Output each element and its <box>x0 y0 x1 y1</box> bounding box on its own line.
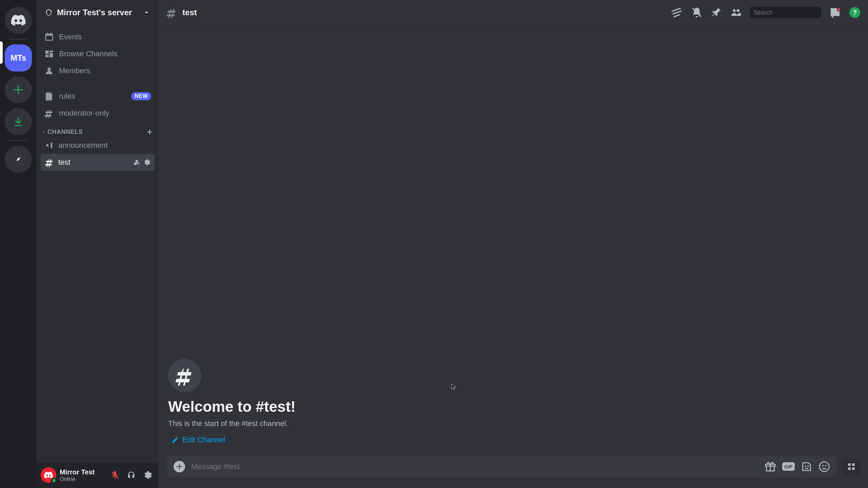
guild-server-selected[interactable]: MTs <box>5 44 32 72</box>
channel-announcement[interactable]: announcement <box>41 137 155 154</box>
member-list-button[interactable] <box>730 7 742 18</box>
deafen-button[interactable] <box>124 468 138 482</box>
messages-area: Welcome to #test! This is the start of t… <box>159 25 868 456</box>
notification-dot-icon <box>837 7 841 12</box>
server-header[interactable]: Mirror Test's server <box>37 0 159 25</box>
message-composer[interactable]: GIF <box>167 456 837 477</box>
guild-add-server[interactable] <box>5 76 32 103</box>
user-status: Online <box>60 476 104 482</box>
threads-button[interactable] <box>671 7 683 18</box>
channel-moderator-only[interactable]: moderator-only <box>41 105 155 122</box>
server-boost-icon <box>45 8 53 17</box>
svg-text:?: ? <box>853 9 857 16</box>
main-area: test ? Welcome to #test! This is the sta… <box>159 0 868 488</box>
apps-button[interactable] <box>843 458 860 475</box>
channel-sidebar: Mirror Test's server Events Browse Chann… <box>37 0 159 488</box>
category-channels-header[interactable]: CHANNELS+ <box>41 122 155 137</box>
svg-point-6 <box>820 462 829 471</box>
channel-test[interactable]: test <box>41 154 155 171</box>
user-settings-button[interactable] <box>140 468 155 482</box>
gif-button[interactable]: GIF <box>782 462 795 471</box>
mouse-cursor-icon <box>451 384 457 391</box>
edit-channel-label: Edit Channel <box>182 435 225 444</box>
inbox-button[interactable] <box>829 7 841 18</box>
sticker-button[interactable] <box>801 461 812 472</box>
attach-button[interactable] <box>174 461 185 472</box>
svg-rect-12 <box>852 467 855 470</box>
channel-rules[interactable]: rulesNEW <box>41 88 155 105</box>
channel-test-label: test <box>58 158 129 167</box>
channel-announcement-label: announcement <box>58 141 151 150</box>
category-label: CHANNELS <box>47 128 83 136</box>
edit-channel-link[interactable]: Edit Channel <box>168 433 229 446</box>
guild-home[interactable] <box>5 7 32 34</box>
username: Mirror Test <box>60 468 104 476</box>
channel-title: test <box>182 8 667 17</box>
guild-separator <box>9 39 28 40</box>
help-button[interactable]: ? <box>849 7 861 18</box>
guild-separator <box>9 140 28 141</box>
search-box[interactable] <box>750 7 821 18</box>
svg-point-5 <box>807 465 809 467</box>
guild-rail: MTs <box>0 0 37 488</box>
guild-selection-pill <box>0 41 3 64</box>
svg-rect-9 <box>848 463 851 466</box>
emoji-button[interactable] <box>818 461 830 472</box>
welcome-subtitle: This is the start of the #test channel. <box>168 419 859 428</box>
channel-topbar: test ? <box>159 0 868 25</box>
add-channel-icon[interactable]: + <box>147 129 153 135</box>
pinned-messages-button[interactable] <box>711 7 722 18</box>
user-panel[interactable]: Mirror Test Online <box>37 462 159 488</box>
chevron-down-icon <box>142 8 151 17</box>
sidebar-members-label: Members <box>59 66 90 75</box>
channel-mod-label: moderator-only <box>59 109 109 118</box>
status-online-icon <box>51 477 57 484</box>
sidebar-browse-label: Browse Channels <box>59 49 117 58</box>
notifications-muted-button[interactable] <box>691 7 703 18</box>
message-input[interactable] <box>191 462 758 471</box>
welcome-hash-icon <box>168 359 201 392</box>
sidebar-members[interactable]: Members <box>41 62 155 79</box>
guild-explore[interactable] <box>5 146 32 173</box>
svg-rect-11 <box>848 467 851 470</box>
svg-point-8 <box>825 465 826 466</box>
welcome-title: Welcome to #test! <box>168 398 859 415</box>
channel-rules-label: rules <box>59 92 75 101</box>
hash-icon <box>166 7 178 18</box>
guild-download-apps[interactable] <box>5 108 32 135</box>
gear-icon[interactable] <box>143 159 151 166</box>
invite-icon[interactable] <box>133 159 140 166</box>
sidebar-divider <box>43 83 152 84</box>
user-avatar[interactable] <box>41 467 56 483</box>
svg-point-4 <box>805 465 806 467</box>
sidebar-browse-channels[interactable]: Browse Channels <box>41 45 155 62</box>
svg-rect-10 <box>852 463 855 466</box>
new-badge: NEW <box>131 92 151 100</box>
mic-muted-button[interactable] <box>108 468 122 482</box>
server-name: Mirror Test's server <box>57 8 138 17</box>
sidebar-events[interactable]: Events <box>41 28 155 45</box>
svg-point-7 <box>822 465 824 466</box>
gift-button[interactable] <box>765 461 776 472</box>
search-input[interactable] <box>753 9 832 16</box>
sidebar-events-label: Events <box>59 33 82 41</box>
